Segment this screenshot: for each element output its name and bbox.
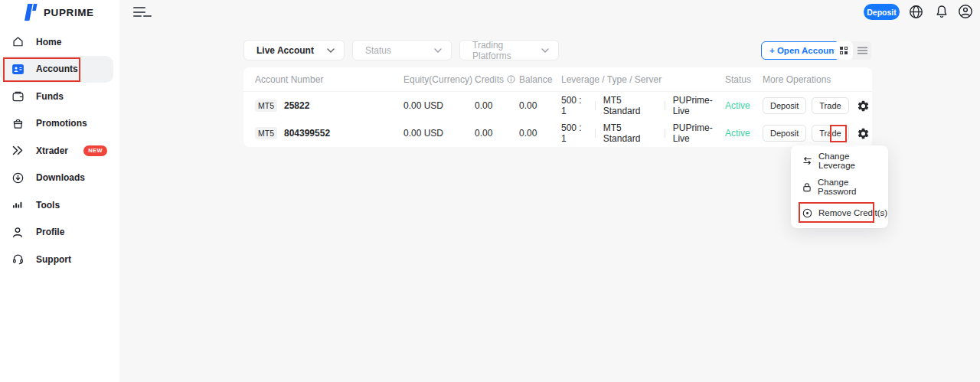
swap-arrows-icon xyxy=(802,156,812,165)
status-badge: Active xyxy=(725,128,763,139)
sidebar-toggle-hamburger-icon[interactable] xyxy=(133,7,145,17)
gear-icon[interactable] xyxy=(857,127,870,140)
menu-item-remove-credits[interactable]: Remove Credit(s) xyxy=(791,200,888,226)
brand-name: PUPRIME xyxy=(44,7,94,18)
info-icon[interactable] xyxy=(507,75,515,83)
bell-icon[interactable] xyxy=(935,5,949,19)
person-icon xyxy=(11,227,24,238)
col-status: Status xyxy=(725,74,763,85)
credits-value: 0.00 xyxy=(475,128,519,139)
menu-item-label: Remove Credit(s) xyxy=(818,208,887,217)
menu-item-change-password[interactable]: Change Password xyxy=(791,174,888,200)
sidebar-item-home[interactable]: Home xyxy=(0,28,119,56)
sidebar-item-label: Support xyxy=(36,254,71,265)
chevron-down-icon xyxy=(434,48,442,53)
sidebar-item-label: Home xyxy=(36,37,61,47)
col-equity: Equity(Currency) xyxy=(403,74,475,85)
leverage-value: 500 : 1 xyxy=(561,95,595,116)
balance-value: 0.00 xyxy=(519,128,561,139)
account-type-select[interactable]: Live Account xyxy=(243,40,345,60)
sidebar-item-label: Downloads xyxy=(36,172,85,183)
status-badge: Active xyxy=(725,100,763,111)
col-more-operations: More Operations xyxy=(763,74,864,85)
puprime-logo-icon xyxy=(22,3,38,21)
menu-item-change-leverage[interactable]: Change Leverage xyxy=(791,148,888,174)
leverage-value: 500 : 1 xyxy=(561,122,595,144)
sidebar: PUPRIME Home Accounts Funds Promotions xyxy=(0,0,119,382)
row-deposit-button[interactable]: Deposit xyxy=(763,125,806,142)
accounts-table: Account Number Equity(Currency) Credits … xyxy=(243,67,872,147)
view-mode-toggle xyxy=(835,41,871,60)
server-value: PUPrime-Live xyxy=(673,122,725,144)
gift-bag-icon xyxy=(11,118,24,129)
chevron-down-icon xyxy=(541,48,549,53)
table-row: MT5 804399552 0.00 USD 0.00 0.00 500 : 1… xyxy=(243,119,872,147)
status-select[interactable]: Status xyxy=(352,40,452,60)
wallet-icon xyxy=(11,91,24,102)
chevron-down-icon xyxy=(327,48,335,53)
download-circle-icon xyxy=(11,172,24,184)
sidebar-item-label: Promotions xyxy=(36,118,87,129)
account-type-value: MT5 Standard xyxy=(603,122,665,144)
open-account-button[interactable]: + Open Account xyxy=(761,41,845,60)
sidebar-nav: Home Accounts Funds Promotions Xt xyxy=(0,28,119,273)
deposit-button[interactable]: Deposit xyxy=(864,4,900,20)
sidebar-item-label: Tools xyxy=(36,200,60,211)
sidebar-item-accounts[interactable]: Accounts xyxy=(0,56,113,83)
sidebar-item-tools[interactable]: Tools xyxy=(0,191,119,219)
col-credits: Credits xyxy=(475,74,504,85)
brand-logo[interactable]: PUPRIME xyxy=(22,3,94,21)
row-trade-button[interactable]: Trade xyxy=(812,125,848,142)
trading-platforms-select[interactable]: Trading Platforms xyxy=(459,40,559,60)
grid-view-icon[interactable] xyxy=(835,41,853,60)
table-header-row: Account Number Equity(Currency) Credits … xyxy=(243,67,872,92)
status-placeholder: Status xyxy=(365,45,391,56)
server-value: PUPrime-Live xyxy=(673,95,725,116)
sidebar-item-profile[interactable]: Profile xyxy=(0,219,119,247)
row-deposit-button[interactable]: Deposit xyxy=(763,97,806,114)
sidebar-item-label: Xtrader xyxy=(36,145,68,156)
account-type-value: Live Account xyxy=(256,45,314,56)
equity-value: 0.00 USD xyxy=(403,100,475,111)
col-leverage-type-server: Leverage / Type / Server xyxy=(561,74,725,85)
account-number: 804399552 xyxy=(284,128,330,139)
balance-value: 0.00 xyxy=(519,100,561,111)
menu-item-label: Change Password xyxy=(818,178,888,196)
sidebar-item-label: Profile xyxy=(36,227,64,237)
account-circle-icon[interactable] xyxy=(958,4,973,19)
table-row: MT5 25822 0.00 USD 0.00 0.00 500 : 1 MT5… xyxy=(243,92,872,119)
lock-icon xyxy=(802,182,812,192)
id-card-icon xyxy=(11,64,24,74)
menu-item-label: Change Leverage xyxy=(818,152,888,170)
trading-platforms-placeholder: Trading Platforms xyxy=(472,40,541,61)
sidebar-item-support[interactable]: Support xyxy=(0,246,119,273)
account-operations-menu: Change Leverage Change Password Remove C… xyxy=(791,145,888,228)
platform-badge: MT5 xyxy=(255,127,277,139)
home-icon xyxy=(11,36,24,47)
gear-icon[interactable] xyxy=(857,100,870,113)
remove-credit-icon xyxy=(802,208,812,218)
new-badge: NEW xyxy=(83,145,107,156)
sidebar-item-promotions[interactable]: Promotions xyxy=(0,110,119,138)
sidebar-item-label: Funds xyxy=(36,91,64,102)
account-number: 25822 xyxy=(284,100,309,111)
bars-icon xyxy=(11,200,24,210)
double-chevron-icon xyxy=(11,145,24,155)
row-trade-button[interactable]: Trade xyxy=(812,97,848,114)
sidebar-item-downloads[interactable]: Downloads xyxy=(0,165,119,192)
col-account-number: Account Number xyxy=(255,74,403,85)
headset-icon xyxy=(11,253,24,265)
globe-icon[interactable] xyxy=(909,5,923,19)
account-type-value: MT5 Standard xyxy=(603,95,665,116)
sidebar-item-label: Accounts xyxy=(36,64,78,74)
credits-value: 0.00 xyxy=(475,100,519,111)
equity-value: 0.00 USD xyxy=(403,128,475,139)
sidebar-item-funds[interactable]: Funds xyxy=(0,83,119,110)
platform-badge: MT5 xyxy=(255,100,277,112)
col-balance: Balance xyxy=(519,74,561,85)
sidebar-item-xtrader[interactable]: Xtrader NEW xyxy=(0,137,119,165)
list-view-icon[interactable] xyxy=(853,41,871,60)
